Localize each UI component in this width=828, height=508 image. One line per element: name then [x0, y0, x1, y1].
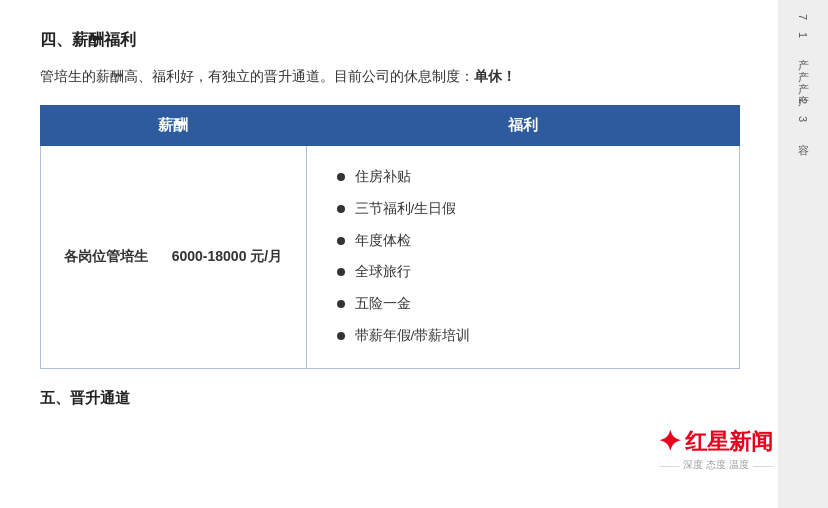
section4-intro: 管培生的薪酬高、福利好，有独立的晋升通道。目前公司的休息制度：单休！ — [40, 65, 740, 89]
sidebar-text-6: 产 — [796, 82, 811, 90]
table-row: 各岗位管培生 6000-18000 元/月 住房补贴三节福利/生日假年度体检全球… — [41, 146, 740, 369]
section4-title: 四、薪酬福利 — [40, 30, 740, 51]
section5-title: 五、晋升通道 — [40, 389, 740, 408]
page-container: 四、薪酬福利 管培生的薪酬高、福利好，有独立的晋升通道。目前公司的休息制度：单休… — [0, 0, 828, 508]
benefit-text: 全球旅行 — [355, 257, 411, 287]
benefit-item: 住房补贴 — [337, 162, 719, 192]
salary-value: 6000-18000 元/月 — [172, 248, 283, 264]
watermark-brand: 红星新闻 — [685, 427, 773, 457]
col1-header: 薪酬 — [41, 106, 307, 146]
bullet-icon — [337, 332, 345, 340]
bullet-icon — [337, 268, 345, 276]
watermark-subtitle: 深度 态度 温度 — [683, 458, 749, 472]
benefit-text: 三节福利/生日假 — [355, 194, 457, 224]
benefit-text: 带薪年假/带薪培训 — [355, 321, 471, 351]
sidebar-text-2: 1 — [797, 28, 809, 42]
sidebar-text-8: 3 — [797, 112, 809, 126]
benefit-item: 三节福利/生日假 — [337, 194, 719, 224]
intro-bold: 单休！ — [474, 69, 516, 84]
benefit-item: 带薪年假/带薪培训 — [337, 321, 719, 351]
sidebar-text-7: 2 — [797, 94, 809, 108]
bullet-icon — [337, 173, 345, 181]
benefit-item: 全球旅行 — [337, 257, 719, 287]
bullet-icon — [337, 205, 345, 213]
bullet-icon — [337, 237, 345, 245]
compensation-table: 薪酬 福利 各岗位管培生 6000-18000 元/月 住房补贴三节福利/生日假… — [40, 105, 740, 369]
watermark-logo: ✦ 红星新闻 — [658, 425, 773, 458]
watermark-line: —— 深度 态度 温度 —— — [659, 458, 773, 472]
benefit-cell: 住房补贴三节福利/生日假年度体检全球旅行五险一金带薪年假/带薪培训 — [306, 146, 739, 369]
sidebar-text-9: 容 — [796, 131, 811, 139]
sidebar-text-4: 产 — [796, 58, 811, 66]
watermark: ✦ 红星新闻 —— 深度 态度 温度 —— — [658, 425, 773, 472]
intro-text: 管培生的薪酬高、福利好，有独立的晋升通道。目前公司的休息制度： — [40, 69, 474, 84]
sidebar-text-1: 7 — [797, 10, 809, 24]
salary-label: 各岗位管培生 — [64, 248, 148, 264]
col2-header: 福利 — [306, 106, 739, 146]
benefit-text: 五险一金 — [355, 289, 411, 319]
benefit-item: 年度体检 — [337, 226, 719, 256]
watermark-star-icon: ✦ — [658, 425, 681, 458]
bullet-icon — [337, 300, 345, 308]
sidebar-text-3: 产 — [796, 46, 811, 54]
salary-cell: 各岗位管培生 6000-18000 元/月 — [41, 146, 307, 369]
sidebar-text-5: 产 — [796, 70, 811, 78]
benefit-item: 五险一金 — [337, 289, 719, 319]
benefit-text: 年度体检 — [355, 226, 411, 256]
right-sidebar: 7 1 产 产 产 产 2 3 容 — [778, 0, 828, 508]
benefit-text: 住房补贴 — [355, 162, 411, 192]
